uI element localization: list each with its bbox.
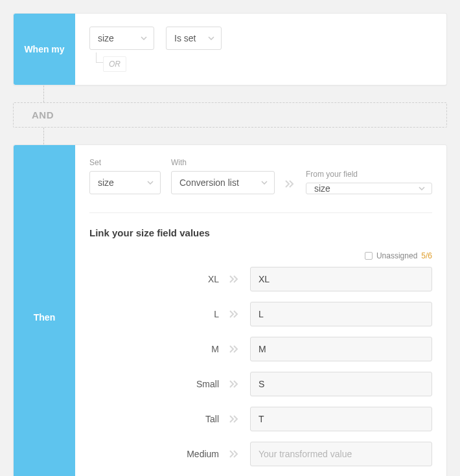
when-operator-select[interactable]: Is set [166,27,222,50]
from-select[interactable]: size [306,183,432,194]
mapping-source-label: Tall [89,414,219,424]
from-label: From your field [306,170,432,179]
double-chevron-icon [229,345,240,353]
mapping-target-input[interactable] [250,337,432,361]
divider [89,212,432,213]
mapping-source-label: M [89,344,219,354]
mapping-target-input[interactable] [250,442,432,466]
mapping-target-input[interactable] [250,407,432,431]
mapping-source-label: XL [89,274,219,284]
and-label: AND [32,109,54,120]
mapping-target-input[interactable] [250,267,432,291]
vertical-connector [43,128,447,144]
set-label: Set [89,158,161,167]
double-chevron-icon [229,310,240,318]
set-value: size [98,177,114,188]
unassigned-checkbox[interactable] [365,252,373,260]
link-title: Link your size field values [89,227,432,238]
mapping-toolbar: Unassigned 5/6 [89,251,432,260]
mapping-row: XL [89,267,432,291]
mapping-row: Tall [89,407,432,431]
when-field-value: size [98,33,114,43]
mapping-list: XLLMSmallTallMedium [89,267,432,466]
then-title: Then [14,145,75,476]
and-button[interactable]: AND [13,102,447,128]
then-block: Then Set size With Conversion list [13,144,447,476]
chevron-down-icon [261,181,268,185]
mapping-row: M [89,337,432,361]
with-select[interactable]: Conversion list [171,171,275,194]
chevron-down-icon [208,36,214,40]
vertical-connector [43,85,447,102]
mapping-row: Medium [89,442,432,466]
unassigned-label: Unassigned [376,251,417,260]
double-chevron-icon [229,415,240,423]
when-block: When my size Is set OR [13,13,447,85]
double-chevron-icon [229,380,240,388]
mapping-source-label: L [89,309,219,319]
mapping-row: L [89,302,432,326]
mapping-count: 5/6 [421,251,432,260]
mapping-target-input[interactable] [250,372,432,396]
mapping-source-label: Small [89,379,219,389]
or-button[interactable]: OR [103,56,126,72]
when-title: When my [14,14,75,85]
mapping-row: Small [89,372,432,396]
double-chevron-icon [229,275,240,283]
mapping-target-input[interactable] [250,302,432,326]
with-label: With [171,158,275,167]
double-chevron-icon [285,180,295,194]
chevron-down-icon [147,181,154,185]
with-value: Conversion list [179,177,239,188]
from-value: size [314,183,330,194]
chevron-down-icon [419,187,425,190]
mapping-source-label: Medium [89,449,219,459]
when-operator-value: Is set [174,33,196,43]
set-select[interactable]: size [89,171,161,194]
double-chevron-icon [229,450,240,458]
chevron-down-icon [141,36,147,40]
when-field-select[interactable]: size [89,27,154,50]
